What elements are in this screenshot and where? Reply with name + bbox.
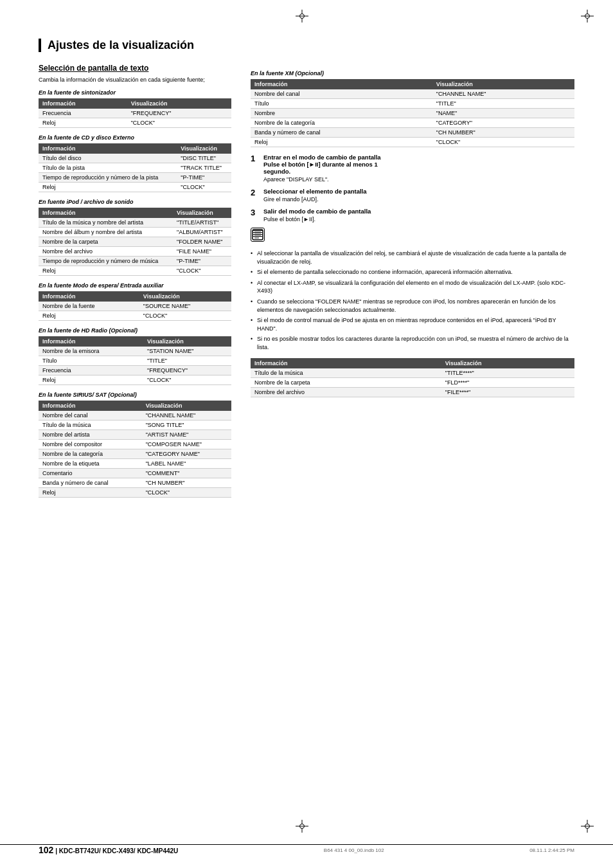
- table-row: Reloj"CLOCK": [39, 118, 231, 128]
- step-3-content: Salir del modo de cambio de pantalla Pul…: [263, 208, 574, 222]
- xm-table: Información Visualización Nombre del can…: [251, 79, 574, 147]
- table-row: Comentario"COMMENT": [39, 469, 231, 478]
- table-row: Nombre de la categoría"CATEGORY NAME": [39, 449, 231, 459]
- steps-section: 1 Entrar en el modo de cambio de pantall…: [251, 154, 574, 222]
- step-2: 2 Seleccionar el elemento de pantalla Gi…: [251, 188, 574, 203]
- table-row: Tiempo de reproducción y número de músic…: [39, 257, 231, 266]
- table-row: Reloj"CLOCK": [39, 488, 231, 498]
- table-row: Nombre de la fuente"SOURCE NAME": [39, 302, 231, 311]
- table-row: Título de la música y nombre del artista…: [39, 218, 231, 228]
- footer-date: 08.11.1 2:44:25 PM: [529, 847, 574, 853]
- table-row: Título"TITLE": [39, 356, 231, 366]
- table-row: Título del disco"DISC TITLE": [39, 154, 231, 163]
- step-3-sub: Pulse el botón [►II].: [263, 216, 574, 222]
- step-3: 3 Salir del modo de cambio de pantalla P…: [251, 208, 574, 222]
- footer: 102 | KDC-BT742U/ KDC-X493/ KDC-MP442U B…: [0, 844, 613, 855]
- svg-rect-0: [253, 230, 263, 240]
- table-row: Reloj"CLOCK": [39, 311, 231, 321]
- note-icon-container: [251, 228, 574, 246]
- table-row: Nombre del canal"CHANNEL NAME": [39, 411, 231, 420]
- list-item: Al seleccionar la pantalla de visualizac…: [251, 249, 574, 266]
- right-column: En la fuente XM (Opcional) Información V…: [251, 64, 574, 502]
- xm-title: En la fuente XM (Opcional): [251, 70, 574, 77]
- list-item: Si el elemento de pantalla seleccionado …: [251, 268, 574, 276]
- table-row: Título de la música"SONG TITLE": [39, 420, 231, 430]
- table-row: Tiempo de reproducción y número de la pi…: [39, 173, 231, 183]
- table-row: Título de la pista"TRACK TITLE": [39, 163, 231, 173]
- xm-section: En la fuente XM (Opcional) Información V…: [251, 70, 574, 147]
- table-row: Banda y número de canal"CH NUMBER": [251, 128, 574, 138]
- cd-table: Información Visualización Título del dis…: [39, 143, 231, 192]
- ipod-list-table: Información Visualización Título de la m…: [251, 358, 574, 397]
- step-1-bold2: Pulse el botón [►II] durante al menos 1: [263, 161, 574, 168]
- step-3-bold: Salir del modo de cambio de pantalla: [263, 208, 574, 215]
- list-item: Si no es posible mostrar todos los carac…: [251, 335, 574, 351]
- hd-radio-table: Información Visualización Nombre de la e…: [39, 336, 231, 385]
- sintonizador-table: Información Visualización Frecuencia"FRE…: [39, 98, 231, 128]
- page-title: Ajustes de la visualización: [39, 39, 574, 52]
- step-1: 1 Entrar en el modo de cambio de pantall…: [251, 154, 574, 183]
- cd-title: En la fuente de CD y disco Externo: [39, 134, 231, 141]
- step-2-sub: Gire el mando [AUD].: [263, 196, 574, 203]
- col-info-7: Información: [251, 79, 432, 89]
- left-column: Selección de pantalla de texto Cambia la…: [39, 64, 231, 502]
- table-row: Nombre del compositor"COMPOSER NAME": [39, 440, 231, 449]
- table-row: Nombre del álbum y nombre del artista"AL…: [39, 228, 231, 237]
- col-info-2: Información: [39, 143, 177, 154]
- table-row: Reloj"CLOCK": [39, 266, 231, 276]
- table-row: Nombre de la etiqueta"LABEL NAME": [39, 459, 231, 469]
- step-1-bold: Entrar en el modo de cambio de pantalla: [263, 154, 574, 161]
- table-row: Nombre de la emisora"STATION NAME": [39, 347, 231, 356]
- table-row: Frecuencia"FREQUENCY": [39, 366, 231, 375]
- table-row: Nombre del canal"CHANNEL NAME": [251, 89, 574, 99]
- list-item: Si el modo de control manual de iPod se …: [251, 316, 574, 332]
- col-viz-5: Visualización: [143, 336, 231, 347]
- step-3-number: 3: [251, 208, 260, 217]
- hd-radio-title: En la fuente de HD Radio (Opcional): [39, 327, 231, 334]
- sirius-section: En la fuente SIRIUS/ SAT (Opcional) Info…: [39, 392, 231, 498]
- col-viz-2: Visualización: [177, 143, 231, 154]
- col-info-8: Información: [251, 358, 441, 368]
- col-info-3: Información: [39, 208, 173, 218]
- sirius-table: Información Visualización Nombre del can…: [39, 401, 231, 498]
- table-row: Nombre del artista"ARTIST NAME": [39, 430, 231, 440]
- table-row: Título"TITLE": [251, 99, 574, 109]
- col-viz-6: Visualización: [142, 401, 231, 411]
- ipod-list-section: Información Visualización Título de la m…: [251, 358, 574, 397]
- table-row: Nombre de la carpeta"FLD****": [251, 377, 574, 387]
- ipod-title: En fuente iPod / archivo de sonido: [39, 199, 231, 205]
- col-viz-8: Visualización: [441, 358, 574, 368]
- col-viz-4: Visualización: [139, 291, 231, 302]
- intro-text: Cambia la información de visualización e…: [39, 77, 231, 83]
- sintonizador-title: En la fuente de sintonizador: [39, 89, 231, 96]
- page-number: 102: [39, 845, 53, 855]
- bullets-list: Al seleccionar la pantalla de visualizac…: [251, 249, 574, 352]
- col-info-1: Información: [39, 98, 127, 109]
- table-row: Reloj"CLOCK": [251, 138, 574, 147]
- ipod-table: Información Visualización Título de la m…: [39, 208, 231, 276]
- table-row: Nombre de la categoría"CATEGORY": [251, 118, 574, 128]
- table-row: Reloj"CLOCK": [39, 375, 231, 385]
- col-viz-3: Visualización: [173, 208, 231, 218]
- table-row: Reloj"CLOCK": [39, 183, 231, 192]
- step-1-number: 1: [251, 154, 260, 163]
- section-title: Selección de pantalla de texto: [39, 64, 231, 73]
- col-info-5: Información: [39, 336, 143, 347]
- table-row: Frecuencia"FREQUENCY": [39, 109, 231, 118]
- sirius-title: En la fuente SIRIUS/ SAT (Opcional): [39, 392, 231, 398]
- ipod-section: En fuente iPod / archivo de sonido Infor…: [39, 199, 231, 276]
- step-2-content: Seleccionar el elemento de pantalla Gire…: [263, 188, 574, 203]
- hd-radio-section: En la fuente de HD Radio (Opcional) Info…: [39, 327, 231, 385]
- step-2-bold: Seleccionar el elemento de pantalla: [263, 188, 574, 195]
- step-1-content: Entrar en el modo de cambio de pantalla …: [263, 154, 574, 183]
- table-row: Nombre"NAME": [251, 109, 574, 118]
- list-item: Al conectar el LX-AMP, se visualizará la…: [251, 279, 574, 295]
- step-2-number: 2: [251, 188, 260, 197]
- list-item: Cuando se selecciona "FOLDER NAME" mient…: [251, 298, 574, 314]
- col-viz-7: Visualización: [432, 79, 574, 89]
- sintonizador-section: En la fuente de sintonizador Información…: [39, 89, 231, 128]
- modo-espera-title: En la fuente Modo de espera/ Entrada aux…: [39, 282, 231, 289]
- modo-espera-table: Información Visualización Nombre de la f…: [39, 291, 231, 321]
- col-info-6: Información: [39, 401, 142, 411]
- table-row: Banda y número de canal"CH NUMBER": [39, 478, 231, 488]
